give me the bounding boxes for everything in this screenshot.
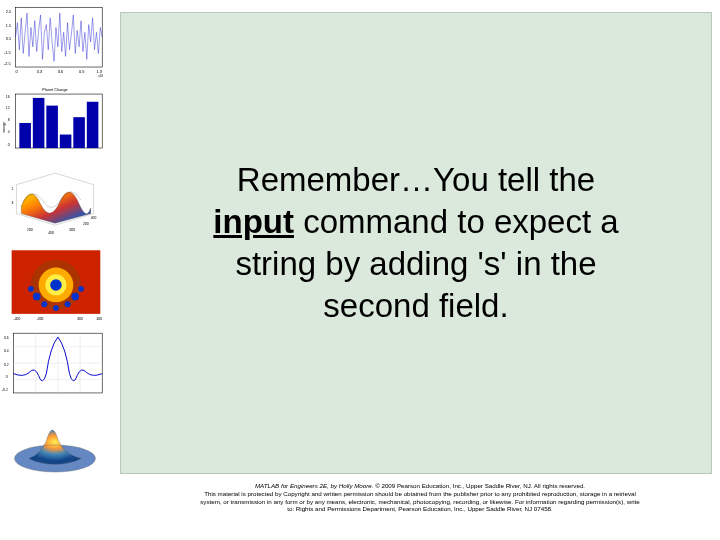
svg-text:4: 4 [8,130,10,134]
main-content-box: Remember…You tell the input command to e… [120,12,712,474]
thumb-bar-chart: Planet Change 1612840 energy [2,83,108,161]
svg-text:16: 16 [6,95,10,99]
svg-text:12: 12 [6,106,10,110]
svg-text:600: 600 [69,228,75,232]
svg-rect-13 [19,123,31,148]
svg-text:400: 400 [96,317,102,321]
svg-rect-14 [33,98,45,148]
svg-text:0.6: 0.6 [4,336,9,340]
svg-text:0.4: 0.4 [4,349,9,353]
svg-rect-16 [60,135,72,148]
sidebar-thumbnails: 2.51.50.5 -1.5-2.5 00.30.60.91.3 x10 Pla… [0,0,110,540]
svg-text:-2.5: -2.5 [4,62,11,66]
thumb-3d-surface: 13 200400600 200400 [2,164,108,242]
svg-rect-0 [15,7,102,67]
thumb-3d-peak [2,407,108,485]
svg-point-38 [71,293,79,301]
svg-text:1.5: 1.5 [6,25,11,29]
footer-copyright-line: © 2009 Pearson Education, Inc., Upper Sa… [375,482,585,489]
svg-text:-0.2: -0.2 [2,388,8,392]
svg-point-36 [50,279,62,291]
svg-text:0.5: 0.5 [6,37,11,41]
headline-line2-rest: command to expect a [294,203,619,240]
svg-text:0.6: 0.6 [58,70,63,74]
svg-point-43 [78,286,84,292]
svg-text:-400: -400 [14,317,21,321]
svg-text:0.2: 0.2 [4,363,9,367]
svg-text:3: 3 [12,201,14,205]
svg-point-40 [65,301,71,307]
headline-bold-word: input [213,203,294,240]
footer-line2: This material is protected by Copyright … [204,490,636,497]
svg-text:200: 200 [83,222,89,226]
svg-text:400: 400 [91,216,97,220]
svg-text:0.3: 0.3 [37,70,42,74]
svg-text:-300: -300 [37,317,44,321]
headline-line3: string by adding 's' in the [235,245,596,282]
svg-text:-1.5: -1.5 [4,51,11,55]
svg-text:energy: energy [2,122,6,133]
headline-line1: Remember…You tell the [237,161,595,198]
svg-text:1: 1 [12,187,14,191]
svg-text:x10: x10 [98,74,103,78]
svg-text:8: 8 [8,118,10,122]
footer-line4: to: Rights and Permissions Department, P… [287,505,553,512]
svg-rect-17 [73,117,85,148]
svg-text:0: 0 [15,70,17,74]
thumb2-title: Planet Change [42,88,67,92]
headline-line4: second field. [323,287,508,324]
svg-text:2.5: 2.5 [6,10,11,14]
thumb-sinc-plot: 0.60.40.20-0.2 [2,326,108,404]
footer-book-title: MATLAB for Engineers 2E, by Holly Moore. [255,482,375,489]
svg-text:200: 200 [27,228,33,232]
svg-text:0: 0 [6,375,8,379]
svg-point-37 [33,293,41,301]
svg-text:0: 0 [8,143,10,147]
svg-text:0.9: 0.9 [79,70,84,74]
svg-text:400: 400 [48,231,54,235]
thumb-fractal: -400-300300400 [2,245,108,323]
slide-headline: Remember…You tell the input command to e… [195,159,636,328]
svg-point-41 [53,305,59,311]
svg-rect-18 [87,102,99,148]
svg-point-42 [28,286,34,292]
thumb-signal-plot: 2.51.50.5 -1.5-2.5 00.30.60.91.3 x10 [2,2,108,80]
footer-line3: system, or transmission in any form or b… [200,498,640,505]
svg-point-39 [42,301,48,307]
svg-rect-15 [46,106,58,148]
svg-text:300: 300 [77,317,83,321]
footer-copyright: MATLAB for Engineers 2E, by Holly Moore.… [125,482,715,513]
